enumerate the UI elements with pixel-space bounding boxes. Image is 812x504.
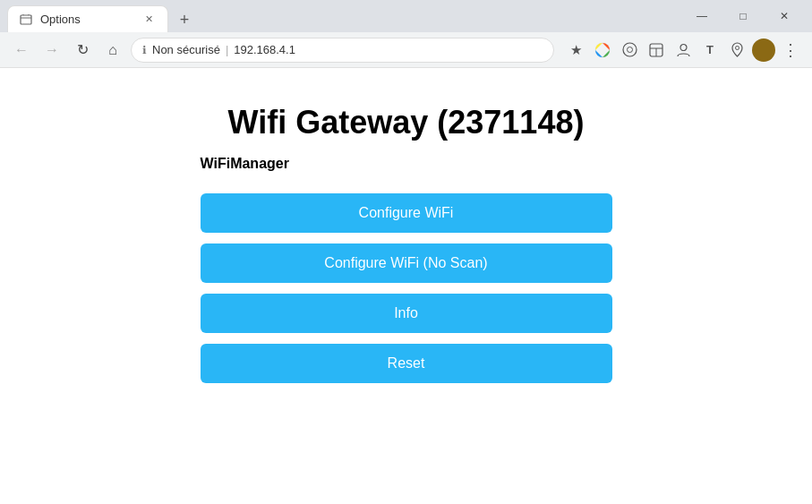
profiles-icon[interactable] [590,38,615,63]
svg-point-11 [735,47,739,50]
page-title: Wifi Gateway (2371148) [228,104,585,141]
security-icon: ℹ [142,44,147,56]
tab-favicon [19,13,33,27]
url-display: 192.168.4.1 [234,43,295,56]
home-button[interactable]: ⌂ [100,38,125,63]
forward-button[interactable]: → [39,38,64,63]
maps-icon[interactable] [724,38,749,63]
close-button[interactable]: ✕ [764,0,805,32]
maximize-button[interactable]: □ [722,0,764,32]
info-button[interactable]: Info [201,294,612,333]
tab-close-button[interactable]: ✕ [141,12,157,28]
address-bar: ← → ↻ ⌂ ℹ Non sécurisé | 192.168.4.1 ★ [0,32,812,68]
security-label: Non sécurisé [152,43,220,56]
svg-point-5 [623,43,637,56]
minimize-button[interactable]: — [681,0,722,32]
svg-point-6 [627,47,632,53]
address-input[interactable]: ℹ Non sécurisé | 192.168.4.1 [131,38,554,63]
window-controls: — □ ✕ [681,0,805,32]
refresh-button[interactable]: ↻ [70,38,95,63]
svg-point-10 [680,45,687,51]
new-tab-button[interactable]: + [172,7,197,32]
tab-title: Options [40,13,81,26]
configure-wifi-button[interactable]: Configure WiFi [201,193,612,233]
reset-button[interactable]: Reset [201,344,612,383]
avatar-button[interactable] [751,38,776,63]
page-content: Wifi Gateway (2371148) WiFiManager Confi… [0,68,812,504]
toolbar-icons: ★ [563,38,803,63]
browser-icon[interactable] [644,38,669,63]
button-group: Configure WiFi Configure WiFi (No Scan) … [201,193,612,383]
text-icon[interactable]: T [697,38,722,63]
configure-wifi-no-scan-button[interactable]: Configure WiFi (No Scan) [201,243,612,283]
menu-button[interactable]: ⋮ [778,38,803,63]
user-avatar [752,38,775,62]
address-separator: | [226,43,228,56]
page-subtitle: WiFiManager [201,156,289,172]
profiles-button[interactable] [671,38,696,63]
back-button[interactable]: ← [9,38,34,63]
svg-rect-0 [21,15,31,24]
bookmark-icon[interactable]: ★ [563,38,588,63]
extensions-icon[interactable] [617,38,642,63]
active-tab[interactable]: Options ✕ [7,5,168,32]
tab-bar: Options ✕ + — □ ✕ [0,0,812,32]
